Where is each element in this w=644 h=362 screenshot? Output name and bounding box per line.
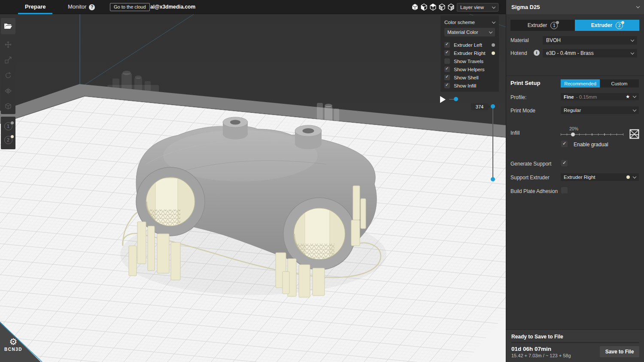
star-icon[interactable] — [626, 94, 630, 100]
account-email[interactable]: al@x3dmedia.com — [150, 0, 195, 14]
option-show-travels: Show Travels — [444, 57, 495, 65]
recommended-mode-button[interactable]: Recommended — [561, 79, 600, 87]
support-blocker-tool-button[interactable] — [1, 99, 15, 114]
go-to-cloud-button[interactable]: Go to the cloud — [110, 3, 150, 11]
color-scheme-label: Color scheme — [444, 20, 475, 25]
chevron-down-icon[interactable] — [492, 20, 495, 23]
show-infill-checkbox[interactable] — [444, 83, 450, 88]
chevron-down-icon — [636, 5, 640, 8]
scale-icon — [4, 56, 12, 64]
hotend-label: Hotend — [510, 50, 527, 56]
hotend-dropdown[interactable]: e3D - 0.4mm - Brass — [543, 49, 637, 57]
extruder-2-button[interactable]: 2 — [1, 133, 15, 147]
build-plate-adhesion-checkbox[interactable] — [561, 187, 568, 193]
move-icon — [4, 41, 12, 48]
material-dropdown[interactable]: BVOH — [543, 36, 637, 45]
tab-extruder-2[interactable]: Extruder 2 — [575, 20, 639, 31]
generate-support-checkbox[interactable] — [561, 160, 568, 166]
logo-text: BCN3D — [2, 347, 24, 352]
print-setup-mode-toggle: Recommended Custom — [561, 79, 639, 87]
show-shell-checkbox[interactable] — [444, 75, 450, 80]
extruder-left-color-dot — [492, 43, 495, 47]
profile-dropdown[interactable]: Fine - 0.15mm — [561, 93, 639, 100]
infill-pattern-icon[interactable] — [629, 129, 639, 139]
custom-mode-button[interactable]: Custom — [600, 79, 639, 87]
build-plate-scene — [0, 14, 506, 362]
view-3d-icon[interactable] — [411, 3, 419, 11]
view-top-icon[interactable] — [429, 3, 437, 11]
mirror-tool-button[interactable] — [1, 83, 15, 99]
infill-percent: 20% — [569, 126, 578, 131]
chevron-down-icon — [631, 38, 634, 41]
show-helpers-label: Show Helpers — [454, 67, 495, 72]
extruder-tabs: Extruder 1 Extruder 2 — [510, 20, 639, 31]
open-file-button[interactable] — [1, 18, 15, 34]
model-boss-left — [223, 117, 248, 139]
print-mode-dropdown[interactable]: Regular — [561, 106, 639, 114]
printer-header[interactable]: Sigma D25 — [506, 0, 644, 14]
show-infill-label: Show Infill — [454, 83, 495, 88]
bcn3d-logo: ⚙ BCN3D — [2, 337, 24, 352]
infill-slider-handle[interactable] — [571, 133, 575, 136]
extruder-1-tab-dot — [556, 21, 559, 24]
extruder-2-tab-dot — [621, 21, 624, 24]
save-to-file-button[interactable]: Save to File — [600, 346, 639, 357]
view-right-icon[interactable] — [447, 3, 455, 11]
chevron-down-icon — [631, 51, 634, 54]
option-show-helpers: Show Helpers — [444, 65, 495, 73]
extruder-1-button[interactable]: 1 — [1, 119, 15, 133]
support-extruder-material-dot — [626, 175, 630, 179]
layer-slider-bottom-handle[interactable] — [491, 177, 495, 181]
extruder-left-checkbox[interactable] — [444, 42, 450, 48]
play-button[interactable] — [440, 96, 446, 103]
profile-value: Fine — [564, 94, 574, 100]
ready-status: Ready to Save to File — [511, 334, 563, 340]
progress-track — [511, 342, 639, 343]
hotend-info-icon[interactable] — [534, 50, 540, 56]
tab-extruder-1[interactable]: Extruder 1 — [510, 20, 575, 31]
layer-slider-top-handle[interactable] — [491, 104, 495, 109]
chevron-down-icon — [633, 94, 636, 98]
open-folder-icon — [4, 23, 12, 30]
tab-monitor[interactable]: Monitor — [61, 0, 102, 14]
rotate-tool-button[interactable] — [1, 68, 15, 83]
infill-label: Infill — [510, 130, 519, 136]
color-scheme-dropdown[interactable]: Material Color — [444, 28, 495, 36]
chevron-down-icon — [492, 5, 495, 8]
viewport-3d[interactable] — [0, 14, 506, 362]
extruder-2-tab-number: 2 — [618, 23, 621, 28]
enable-gradual-checkbox[interactable] — [561, 141, 568, 147]
view-mode-dropdown[interactable]: Layer view — [457, 3, 498, 12]
profile-detail: - 0.15mm — [576, 94, 626, 100]
current-layer-badge: 374 — [471, 103, 488, 110]
show-travels-label: Show Travels — [454, 59, 495, 64]
support-extruder-label: Support Extruder — [510, 175, 550, 181]
view-front-icon[interactable] — [420, 3, 428, 11]
move-tool-button[interactable] — [1, 37, 15, 52]
rotate-icon — [4, 72, 12, 79]
help-icon[interactable] — [89, 4, 95, 10]
chevron-down-icon — [489, 30, 492, 33]
support-extruder-value: Extruder Right — [564, 175, 626, 180]
infill-slider[interactable] — [561, 134, 623, 135]
extruder-2-number: 2 — [7, 138, 9, 142]
support-blocker-icon — [4, 103, 12, 110]
view-left-icon[interactable] — [438, 3, 446, 11]
show-travels-checkbox[interactable] — [444, 58, 450, 64]
option-show-shell: Show Shell — [444, 73, 495, 81]
support-extruder-dropdown[interactable]: Extruder Right — [561, 173, 639, 181]
scale-tool-button[interactable] — [1, 52, 15, 68]
extruder-right-checkbox[interactable] — [444, 50, 450, 56]
generate-support-label: Generate Support — [510, 161, 551, 167]
gear-icon: ⚙ — [2, 337, 24, 347]
tab-prepare[interactable]: Prepare — [18, 0, 52, 14]
layer-range-slider[interactable] — [492, 106, 493, 179]
chevron-down-icon — [633, 108, 636, 111]
extruder-right-label: Extruder Right — [454, 51, 492, 56]
option-extruder-left: Extruder Left — [444, 41, 495, 49]
show-helpers-checkbox[interactable] — [444, 66, 450, 72]
model-boss-right — [295, 125, 322, 149]
simulation-slider-handle[interactable] — [454, 97, 458, 101]
tool-group — [1, 37, 15, 114]
output-footer: Ready to Save to File 01d 06h 07min 15.4… — [506, 329, 644, 362]
